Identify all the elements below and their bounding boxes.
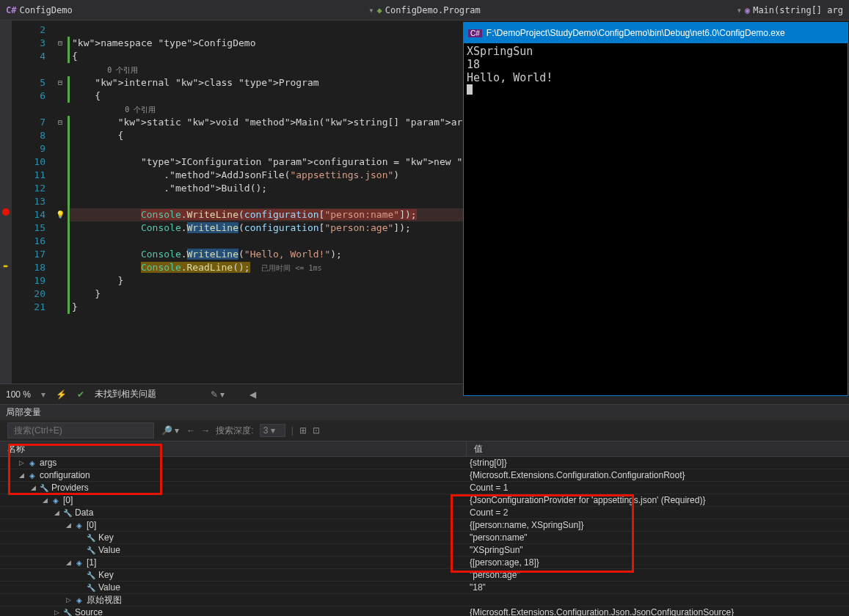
var-name: Providers	[51, 483, 89, 493]
locals-tree[interactable]: ▷◈args{string[0]}◢◈configuration{Microso…	[0, 457, 849, 616]
breakpoint-gutter[interactable]: ➨	[0, 21, 12, 384]
breadcrumb-class: ConfigDemo.Program	[385, 5, 481, 15]
breadcrumb-right[interactable]: ▾ ◉ Main(string[] arg	[737, 5, 843, 15]
locals-grid-header: 名称 值	[0, 441, 849, 457]
expander-icon[interactable]: ▷	[53, 609, 60, 616]
var-name: Key	[98, 570, 114, 580]
tree-row[interactable]: 🔧Value"18"	[0, 582, 849, 594]
down-arrow-icon: ▾	[368, 5, 374, 15]
tool-icon-1[interactable]: ⊞	[299, 425, 307, 436]
console-app-icon: C#	[468, 29, 482, 37]
search-input[interactable]	[7, 422, 154, 439]
expander-icon[interactable]: ◢	[65, 521, 72, 529]
var-name: Value	[98, 545, 120, 555]
var-value: {Microsoft.Extensions.Configuration.Json…	[467, 607, 849, 616]
var-value: "person:name"	[467, 532, 849, 543]
column-value-header[interactable]: 值	[467, 441, 849, 456]
left-arrow-icon[interactable]: ◀	[249, 389, 256, 400]
var-value: {[person:name, XSpringSun]}	[467, 520, 849, 530]
console-titlebar[interactable]: C# F:\DemoProject\StudyDemo\ConfigDemo\b…	[464, 23, 848, 43]
expander-icon[interactable]: ◢	[41, 496, 48, 504]
dropdown-icon[interactable]: ▾	[41, 389, 45, 400]
csharp-file-icon: C#	[6, 5, 16, 15]
tree-row[interactable]: 🔧Value"XSpringSun"	[0, 544, 849, 557]
expander-icon[interactable]: ◢	[18, 472, 25, 479]
cube-icon: ◈	[74, 521, 84, 529]
wrench-icon: 🔧	[86, 533, 96, 542]
tree-row[interactable]: ◢🔧DataCount = 2	[0, 507, 849, 519]
breadcrumb-method: Main(string[] arg	[753, 5, 843, 15]
bolt-icon[interactable]: ⚡	[56, 389, 67, 400]
breadcrumb-center[interactable]: ▾ ◆ ConfigDemo.Program	[368, 5, 481, 15]
wrench-icon: 🔧	[39, 483, 49, 492]
cube-icon: ◈	[74, 595, 84, 604]
var-name: Key	[98, 532, 114, 543]
var-name: [0]	[63, 495, 73, 505]
tree-row[interactable]: ◢◈[0]{[person:name, XSpringSun]}	[0, 519, 849, 532]
file-tab[interactable]: C# ConfigDemo	[6, 5, 73, 15]
console-window[interactable]: C# F:\DemoProject\StudyDemo\ConfigDemo\b…	[463, 22, 848, 396]
var-name: Source	[75, 607, 103, 616]
depth-value[interactable]: 3	[263, 425, 269, 436]
cube-icon: ◈	[51, 496, 61, 505]
tree-row[interactable]: 🔧Key"person:name"	[0, 532, 849, 544]
expander-icon[interactable]: ◢	[53, 509, 60, 516]
wrench-icon: 🔧	[86, 583, 96, 592]
var-value: {JsonConfigurationProvider for 'appsetti…	[467, 495, 849, 505]
zoom-level[interactable]: 100 %	[6, 389, 31, 400]
var-value: Count = 1	[467, 483, 849, 493]
cube-icon: ◈	[74, 558, 84, 567]
tree-row[interactable]: ▷🔧Source{Microsoft.Extensions.Configurat…	[0, 606, 849, 616]
var-value: {Microsoft.Extensions.Configuration.Conf…	[467, 470, 849, 480]
tree-row[interactable]: ◢🔧ProvidersCount = 1	[0, 482, 849, 494]
var-name: configuration	[40, 470, 90, 480]
expander-icon[interactable]: ◢	[29, 484, 37, 491]
tree-row[interactable]: ▷◈原始视图	[0, 594, 849, 606]
method-icon: ◉	[745, 5, 750, 15]
var-value: "XSpringSun"	[467, 545, 849, 555]
expander-icon[interactable]: ▷	[65, 596, 72, 604]
cube-icon: ◈	[27, 471, 37, 480]
wrench-icon: 🔧	[86, 571, 96, 579]
cube-icon: ◈	[27, 458, 37, 467]
wrench-icon: 🔧	[62, 608, 73, 616]
nav-prev-icon[interactable]: ←	[186, 425, 195, 436]
brush-icon[interactable]: ✎ ▾	[211, 389, 225, 400]
var-value: {[person:age, 18]}	[467, 557, 849, 568]
var-name: Value	[98, 582, 120, 593]
tree-row[interactable]: 🔧Key"person:age"	[0, 569, 849, 582]
expander-icon[interactable]: ▷	[18, 459, 25, 466]
console-title-text: F:\DemoProject\StudyDemo\ConfigDemo\bin\…	[487, 28, 785, 38]
tree-row[interactable]: ◢◈configuration{Microsoft.Extensions.Con…	[0, 469, 849, 482]
var-value: Count = 2	[467, 507, 849, 518]
var-name: args	[40, 458, 57, 468]
var-name: [1]	[87, 557, 96, 568]
depth-label: 搜索深度:	[216, 425, 253, 437]
tree-row[interactable]: ◢◈[0]{JsonConfigurationProvider for 'app…	[0, 494, 849, 507]
var-value: {string[0]}	[467, 458, 849, 468]
wrench-icon: 🔧	[86, 546, 96, 554]
var-value: "18"	[467, 582, 849, 593]
tool-icon-2[interactable]: ⊡	[313, 425, 320, 436]
tree-row[interactable]: ◢◈[1]{[person:age, 18]}	[0, 557, 849, 569]
var-name: 原始视图	[87, 594, 122, 606]
filename: ConfigDemo	[19, 5, 72, 15]
var-value: "person:age"	[467, 570, 849, 580]
down-arrow-icon: ▾	[737, 5, 742, 15]
class-icon: ◆	[376, 5, 382, 15]
locals-search-bar: 🔎 ▾ ← → 搜索深度: 3 ▾ | ⊞ ⊡	[0, 420, 849, 441]
search-icon[interactable]: 🔎 ▾	[161, 425, 179, 436]
titlebar: C# ConfigDemo ▾ ◆ ConfigDemo.Program ▾ ◉…	[0, 0, 849, 21]
panel-title-text: 局部变量	[6, 407, 41, 417]
nav-next-icon[interactable]: →	[201, 425, 210, 436]
column-name-header[interactable]: 名称	[0, 441, 467, 456]
fold-column[interactable]: ⊟⊟⊟💡	[53, 21, 68, 384]
locals-panel-title: 局部变量	[0, 404, 849, 420]
ok-check-icon: ✔	[77, 389, 84, 400]
expander-icon[interactable]: ◢	[65, 559, 72, 566]
wrench-icon: 🔧	[62, 508, 73, 517]
tree-row[interactable]: ▷◈args{string[0]}	[0, 457, 849, 469]
var-name: [0]	[87, 520, 96, 530]
issues-text[interactable]: 未找到相关问题	[95, 388, 156, 400]
var-name: Data	[75, 507, 93, 518]
